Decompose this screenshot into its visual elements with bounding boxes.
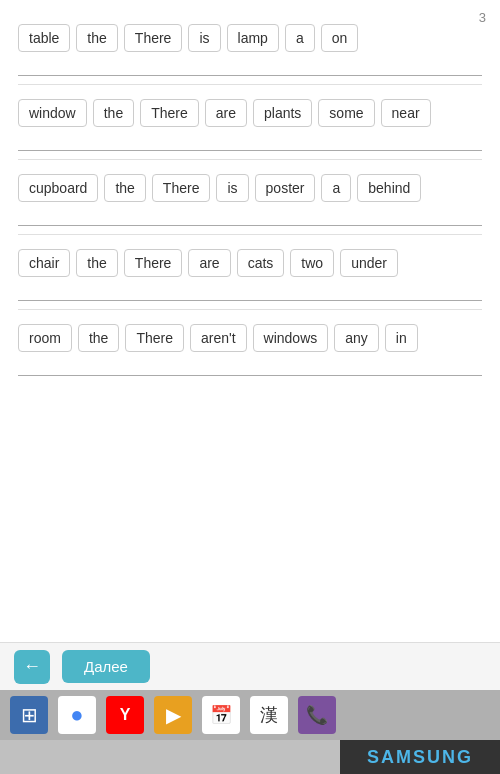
word-tile[interactable]: near	[381, 99, 431, 127]
word-tile[interactable]: behind	[357, 174, 421, 202]
sentence-row-2: window the There are plants some near	[0, 85, 500, 141]
word-tile[interactable]: table	[18, 24, 70, 52]
word-tile[interactable]: windows	[253, 324, 329, 352]
word-tile[interactable]: some	[318, 99, 374, 127]
word-tile[interactable]: a	[285, 24, 315, 52]
word-tile[interactable]: aren't	[190, 324, 247, 352]
word-tile[interactable]: in	[385, 324, 418, 352]
answer-line-2	[18, 145, 482, 151]
word-tile[interactable]: the	[93, 99, 134, 127]
word-tile[interactable]: under	[340, 249, 398, 277]
kanji-icon[interactable]: 漢	[250, 696, 288, 734]
word-tile[interactable]: are	[188, 249, 230, 277]
word-tile[interactable]: any	[334, 324, 379, 352]
word-tile[interactable]: are	[205, 99, 247, 127]
sentence-row-5: room the There aren't windows any in	[0, 310, 500, 366]
word-tile[interactable]: the	[78, 324, 119, 352]
word-tile[interactable]: on	[321, 24, 359, 52]
viber-icon[interactable]: 📞	[298, 696, 336, 734]
word-tile[interactable]: is	[188, 24, 220, 52]
sentence-row-4: chair the There are cats two under	[0, 235, 500, 291]
word-tile[interactable]: cats	[237, 249, 285, 277]
chrome-icon[interactable]: ●	[58, 696, 96, 734]
answer-line-5	[18, 370, 482, 376]
samsung-label: SAMSUNG	[367, 747, 473, 768]
word-tile[interactable]: There	[124, 249, 183, 277]
media-icon[interactable]: ▶	[154, 696, 192, 734]
page-number: 3	[479, 10, 486, 25]
word-tile[interactable]: lamp	[227, 24, 279, 52]
calendar-icon[interactable]: 📅	[202, 696, 240, 734]
word-tile[interactable]: the	[76, 24, 117, 52]
back-button[interactable]: ←	[14, 650, 50, 684]
taskbar-icons-row: ⊞ ● Y ▶ 📅 漢 📞	[0, 690, 500, 740]
bottom-navigation: ← Далее	[0, 642, 500, 690]
word-tile[interactable]: cupboard	[18, 174, 98, 202]
sentence-row-1: table the There is lamp a on	[0, 10, 500, 66]
sentence-row-3: cupboard the There is poster a behind	[0, 160, 500, 216]
word-tile[interactable]: a	[321, 174, 351, 202]
word-tile[interactable]: plants	[253, 99, 312, 127]
word-tile[interactable]: two	[290, 249, 334, 277]
word-tile[interactable]: the	[76, 249, 117, 277]
yandex-icon[interactable]: Y	[106, 696, 144, 734]
word-tile[interactable]: is	[216, 174, 248, 202]
word-tile[interactable]: There	[125, 324, 184, 352]
main-area: 3 table the There is lamp a on window th…	[0, 0, 500, 690]
windows-icon[interactable]: ⊞	[10, 696, 48, 734]
answer-line-3	[18, 220, 482, 226]
word-tile[interactable]: the	[104, 174, 145, 202]
word-tile[interactable]: There	[124, 24, 183, 52]
word-tile[interactable]: room	[18, 324, 72, 352]
taskbar: ⊞ ● Y ▶ 📅 漢 📞 SAMSUNG	[0, 690, 500, 774]
word-tile[interactable]: There	[140, 99, 199, 127]
word-tile[interactable]: There	[152, 174, 211, 202]
word-tile[interactable]: chair	[18, 249, 70, 277]
next-button[interactable]: Далее	[62, 650, 150, 683]
word-tile[interactable]: window	[18, 99, 87, 127]
answer-line-1	[18, 70, 482, 76]
word-tile[interactable]: poster	[255, 174, 316, 202]
answer-line-4	[18, 295, 482, 301]
samsung-brand: SAMSUNG	[340, 740, 500, 774]
